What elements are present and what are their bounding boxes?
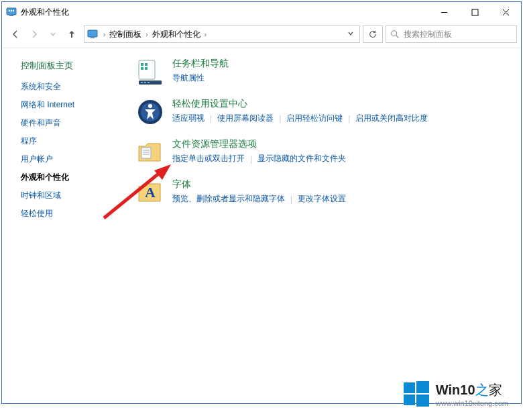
svg-rect-19 bbox=[141, 82, 143, 83]
breadcrumb-sep[interactable]: › bbox=[143, 31, 150, 38]
folder-options-icon bbox=[136, 138, 164, 166]
ease-of-access-icon bbox=[136, 98, 164, 126]
sidebar-item-network[interactable]: 网络和 Internet bbox=[21, 99, 136, 111]
up-button[interactable] bbox=[62, 25, 81, 44]
task-link[interactable]: 预览、删除或者显示和隐藏字体 bbox=[172, 193, 285, 205]
svg-rect-21 bbox=[148, 82, 150, 83]
sidebar-item-clock[interactable]: 时钟和区域 bbox=[21, 190, 136, 201]
svg-point-11 bbox=[392, 31, 397, 36]
control-panel-icon bbox=[6, 7, 17, 17]
navigation-bar: › 控制面板 › 外观和个性化 › 搜索控制面板 bbox=[2, 22, 521, 46]
svg-rect-1 bbox=[9, 15, 13, 16]
control-panel-small-icon bbox=[87, 29, 98, 40]
breadcrumb-item[interactable]: 控制面板 bbox=[108, 29, 143, 40]
task-link[interactable]: 使用屏幕阅读器 bbox=[217, 113, 274, 124]
forward-button[interactable] bbox=[25, 25, 44, 44]
close-button[interactable] bbox=[490, 2, 521, 22]
search-input[interactable]: 搜索控制面板 bbox=[386, 25, 517, 43]
back-button[interactable] bbox=[6, 25, 25, 44]
breadcrumb-sep[interactable]: › bbox=[101, 31, 108, 38]
svg-rect-15 bbox=[145, 63, 148, 66]
category-title[interactable]: 文件资源管理器选项 bbox=[172, 138, 346, 150]
svg-rect-17 bbox=[145, 67, 148, 70]
svg-rect-33 bbox=[416, 381, 429, 393]
task-link[interactable]: 指定单击或双击打开 bbox=[172, 153, 245, 164]
sidebar-item-hardware[interactable]: 硬件和声音 bbox=[21, 117, 136, 129]
task-link[interactable]: 导航属性 bbox=[172, 72, 205, 84]
svg-rect-10 bbox=[91, 38, 95, 38]
windows-logo-icon bbox=[402, 380, 430, 408]
window-title: 外观和个性化 bbox=[21, 7, 428, 18]
sidebar-item-accounts[interactable]: 用户帐户 bbox=[21, 154, 136, 165]
category-title[interactable]: 轻松使用设置中心 bbox=[172, 98, 428, 110]
category-title[interactable]: 任务栏和导航 bbox=[172, 58, 229, 70]
maximize-button[interactable] bbox=[459, 2, 490, 22]
task-link[interactable]: 显示隐藏的文件和文件夹 bbox=[257, 153, 346, 164]
category-fonts: A 字体 预览、删除或者显示和隐藏字体 | 更改字体设置 bbox=[136, 178, 514, 207]
task-link[interactable]: 适应弱视 bbox=[172, 113, 205, 124]
sidebar-item-system[interactable]: 系统和安全 bbox=[21, 81, 136, 93]
svg-rect-35 bbox=[416, 395, 429, 407]
category-ease-of-access: 轻松使用设置中心 适应弱视 | 使用屏幕阅读器 | 启用轻松访问键 | 启用或关… bbox=[136, 98, 514, 126]
search-icon bbox=[390, 30, 400, 39]
search-placeholder: 搜索控制面板 bbox=[404, 29, 452, 40]
fonts-icon: A bbox=[136, 178, 164, 207]
svg-rect-32 bbox=[404, 382, 415, 393]
content-area: 控制面板主页 系统和安全 网络和 Internet 硬件和声音 程序 用户帐户 … bbox=[2, 48, 521, 403]
category-title[interactable]: 字体 bbox=[172, 178, 346, 191]
breadcrumb-sep[interactable]: › bbox=[202, 31, 209, 38]
refresh-button[interactable] bbox=[363, 25, 383, 43]
svg-line-12 bbox=[396, 36, 399, 38]
category-taskbar: 任务栏和导航 导航属性 bbox=[136, 58, 514, 86]
address-bar[interactable]: › 控制面板 › 外观和个性化 › bbox=[84, 25, 360, 43]
sidebar-item-ease[interactable]: 轻松使用 bbox=[21, 208, 136, 219]
task-link[interactable]: 启用轻松访问键 bbox=[286, 113, 343, 124]
control-panel-window: 外观和个性化 › 控制面板 › 外观和个性化 › bbox=[1, 1, 522, 404]
sidebar-item-programs[interactable]: 程序 bbox=[21, 136, 136, 147]
svg-rect-14 bbox=[141, 63, 143, 66]
svg-rect-34 bbox=[404, 395, 415, 405]
task-link[interactable]: 更改字体设置 bbox=[298, 193, 346, 205]
task-link[interactable]: 启用或关闭高对比度 bbox=[355, 113, 428, 124]
svg-text:A: A bbox=[145, 184, 156, 201]
svg-rect-16 bbox=[141, 67, 143, 70]
watermark-url: www.win10xitong.com bbox=[436, 399, 508, 407]
svg-point-2 bbox=[9, 10, 10, 11]
sidebar-item-appearance[interactable]: 外观和个性化 bbox=[21, 172, 136, 183]
svg-rect-9 bbox=[88, 30, 97, 37]
svg-point-4 bbox=[13, 10, 14, 11]
category-explorer-options: 文件资源管理器选项 指定单击或双击打开 | 显示隐藏的文件和文件夹 bbox=[136, 138, 514, 166]
sidebar-home[interactable]: 控制面板主页 bbox=[21, 60, 136, 72]
svg-rect-6 bbox=[472, 9, 478, 15]
titlebar: 外观和个性化 bbox=[2, 2, 521, 22]
sidebar: 控制面板主页 系统和安全 网络和 Internet 硬件和声音 程序 用户帐户 … bbox=[2, 48, 136, 403]
svg-point-3 bbox=[11, 10, 12, 11]
address-dropdown[interactable] bbox=[345, 30, 357, 39]
breadcrumb-item[interactable]: 外观和个性化 bbox=[151, 29, 202, 40]
svg-rect-20 bbox=[144, 82, 146, 83]
svg-rect-25 bbox=[141, 148, 151, 158]
watermark: Win10之家 www.win10xitong.com bbox=[402, 380, 508, 408]
watermark-title: Win10之家 bbox=[436, 381, 508, 399]
taskbar-icon bbox=[136, 58, 164, 86]
minimize-button[interactable] bbox=[428, 2, 459, 22]
main-panel: 任务栏和导航 导航属性 轻松使用设置中心 适应弱视 bbox=[136, 48, 521, 403]
recent-dropdown[interactable] bbox=[44, 25, 62, 44]
svg-point-24 bbox=[148, 104, 152, 108]
